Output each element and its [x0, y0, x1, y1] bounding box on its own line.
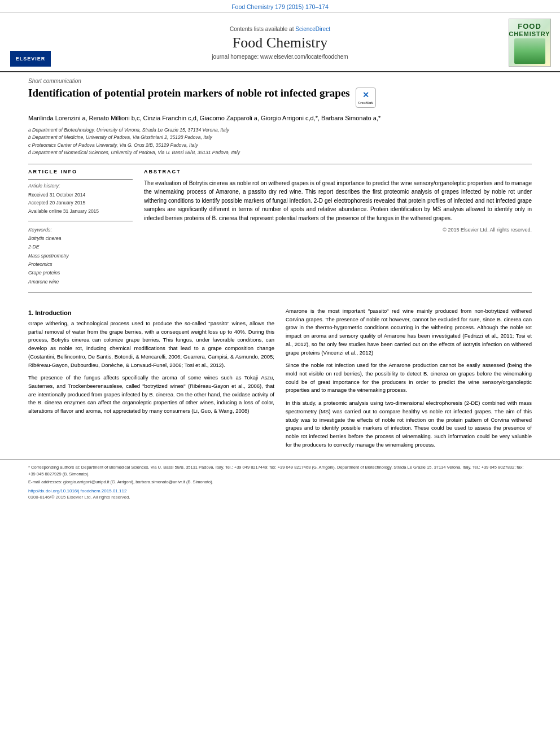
top-bar: Food Chemistry 179 (2015) 170–174 — [0, 0, 560, 13]
keyword-3: Proteomics — [28, 260, 133, 269]
right-paragraph-3: In this study, a proteomic analysis usin… — [286, 399, 532, 449]
keyword-2: Mass spectrometry — [28, 252, 133, 260]
header-area: ELSEVIER Contents lists available at Sci… — [0, 13, 560, 72]
sciencedirect-link[interactable]: ScienceDirect — [295, 26, 330, 32]
article-info-title: ARTICLE INFO — [28, 169, 133, 174]
right-paragraph-2: Since the noble rot infection used for t… — [286, 361, 532, 395]
abstract-text: The evaluation of Botrytis cinerea as no… — [144, 179, 532, 223]
crossmark-text: CrossMark — [358, 101, 373, 105]
badge-image — [514, 38, 545, 64]
footnote-corresponding: * Corresponding authors at: Department o… — [28, 464, 532, 477]
intro-paragraph-1: Grape withering, a technological process… — [28, 320, 274, 369]
article-category: Short communication — [28, 78, 532, 84]
crossmark-badge[interactable]: ✕ CrossMark — [356, 88, 376, 108]
affiliation-b: b Department of Medicine, University of … — [28, 134, 532, 142]
page: Food Chemistry 179 (2015) 170–174 ELSEVI… — [0, 0, 560, 747]
food-chemistry-badge: FOOD CHEMISTRY — [509, 19, 551, 67]
homepage-text: journal homepage: www.elsevier.com/locat… — [212, 54, 348, 60]
available-date: Available online 31 January 2015 — [28, 207, 133, 215]
doi-link[interactable]: http://dx.doi.org/10.1016/j.foodchem.201… — [28, 488, 126, 493]
affiliation-a: a Department of Biotechnology, Universit… — [28, 126, 532, 134]
keyword-5: Amarone wine — [28, 278, 133, 286]
article-info-abstract: ARTICLE INFO Article history: Received 3… — [0, 169, 560, 286]
authors-text: Marilinda Lorenzini a, Renato Millioni b… — [28, 115, 380, 121]
intro-section-title: 1. Introduction — [28, 309, 274, 316]
badge-food: FOOD — [518, 22, 541, 30]
badge-chemistry: CHEMISTRY — [509, 30, 550, 37]
affiliations: a Department of Biotechnology, Universit… — [28, 126, 532, 157]
keywords-label: Keywords: — [28, 227, 133, 233]
intro-paragraph-2: The presence of the fungus affects speci… — [28, 374, 274, 416]
keyword-0: Botrytis cinerea — [28, 234, 133, 243]
authors-line: Marilinda Lorenzini a, Renato Millioni b… — [28, 113, 532, 123]
keyword-4: Grape proteins — [28, 269, 133, 277]
abstract-title: ABSTRACT — [144, 169, 532, 174]
journal-title: Food Chemistry — [233, 34, 327, 51]
footnote-emails: E-mail addresses: giorgio.arrigoni@unipd… — [28, 479, 532, 485]
sciencedirect-line: Contents lists available at ScienceDirec… — [230, 26, 330, 32]
journal-homepage: journal homepage: www.elsevier.com/locat… — [212, 54, 348, 60]
header-center: Contents lists available at ScienceDirec… — [59, 19, 501, 67]
issn-line: 0308-8146/© 2015 Elsevier Ltd. All right… — [28, 495, 532, 500]
elsevier-label: ELSEVIER — [16, 56, 46, 62]
right-paragraph-1: Amarone is the most important "passito" … — [286, 307, 532, 357]
body-right-column: Amarone is the most important "passito" … — [286, 307, 532, 454]
article-title-text: Identification of potential protein mark… — [28, 86, 350, 101]
header-left: ELSEVIER — [8, 19, 53, 67]
article-section: Short communication Identification of po… — [0, 72, 560, 164]
abstract-column: ABSTRACT The evaluation of Botrytis cine… — [144, 169, 532, 286]
divider-keywords — [28, 221, 133, 221]
sciencedirect-text: Contents lists available at — [230, 26, 294, 32]
footnote-section: * Corresponding authors at: Department o… — [0, 459, 560, 503]
history-label: Article history: — [28, 183, 133, 189]
journal-reference: Food Chemistry 179 (2015) 170–174 — [231, 3, 329, 10]
keyword-1: 2-DE — [28, 243, 133, 251]
header-right: FOOD CHEMISTRY — [507, 19, 552, 67]
accepted-date: Accepted 20 January 2015 — [28, 199, 133, 207]
divider-body — [28, 292, 532, 292]
article-info-column: ARTICLE INFO Article history: Received 3… — [28, 169, 133, 286]
affiliation-c: c Proteomics Center of Padova University… — [28, 142, 532, 150]
body-content: 1. Introduction Grape withering, a techn… — [0, 298, 560, 454]
divider-info — [28, 179, 133, 180]
crossmark-cross: ✕ — [362, 90, 369, 101]
elsevier-logo: ELSEVIER — [10, 51, 51, 67]
received-date: Received 31 October 2014 — [28, 191, 133, 199]
affiliation-d: d Department of Biomedical Sciences, Uni… — [28, 149, 532, 157]
body-left-column: 1. Introduction Grape withering, a techn… — [28, 307, 274, 454]
article-title: Identification of potential protein mark… — [28, 86, 532, 108]
divider-top — [28, 164, 532, 164]
copyright-line: © 2015 Elsevier Ltd. All rights reserved… — [144, 227, 532, 233]
